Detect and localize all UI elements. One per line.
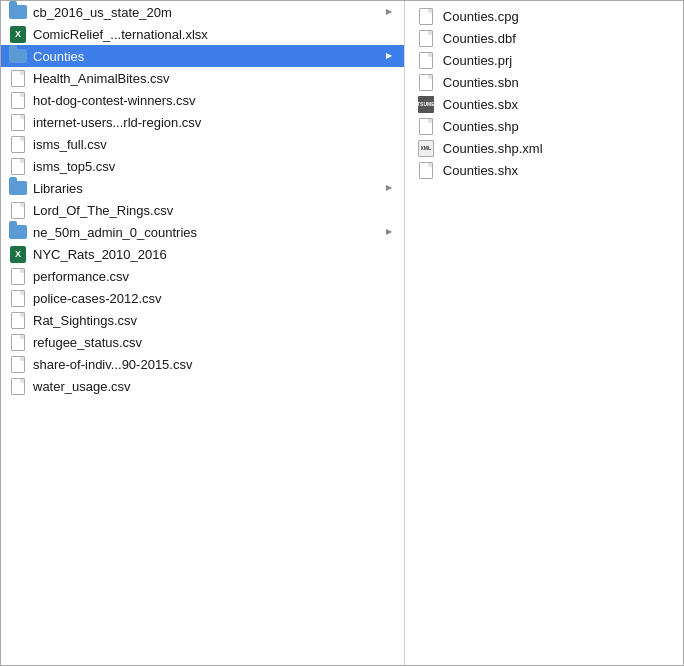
- chevron-right-icon: ▶: [386, 7, 396, 17]
- item-label: performance.csv: [33, 269, 396, 284]
- list-item[interactable]: share-of-indiv...90-2015.csv: [1, 353, 404, 375]
- chevron-right-icon: ▶: [386, 51, 396, 61]
- excel-icon: X: [9, 25, 27, 43]
- item-label: Rat_Sightings.csv: [33, 313, 396, 328]
- item-label: Counties.shp: [443, 119, 519, 134]
- doc-icon: [9, 201, 27, 219]
- item-label: internet-users...rld-region.csv: [33, 115, 396, 130]
- list-item[interactable]: Health_AnimalBites.csv: [1, 67, 404, 89]
- list-item[interactable]: ne_50m_admin_0_countries▶: [1, 221, 404, 243]
- list-item[interactable]: hot-dog-contest-winners.csv: [1, 89, 404, 111]
- item-label: Libraries: [33, 181, 382, 196]
- item-label: Counties.dbf: [443, 31, 516, 46]
- doc-icon: [9, 267, 27, 285]
- item-label: Counties.shx: [443, 163, 518, 178]
- list-item[interactable]: refugee_status.csv: [1, 331, 404, 353]
- list-item[interactable]: performance.csv: [1, 265, 404, 287]
- tsume-icon: TSUME: [417, 95, 435, 113]
- list-item[interactable]: Counties.shp: [405, 115, 683, 137]
- list-item[interactable]: internet-users...rld-region.csv: [1, 111, 404, 133]
- folder-icon: [9, 179, 27, 197]
- list-item[interactable]: Lord_Of_The_Rings.csv: [1, 199, 404, 221]
- item-label: isms_full.csv: [33, 137, 396, 152]
- list-item[interactable]: water_usage.csv: [1, 375, 404, 397]
- folder-icon: [9, 47, 27, 65]
- item-label: Counties.prj: [443, 53, 512, 68]
- doc-icon: [9, 91, 27, 109]
- doc-icon: [9, 69, 27, 87]
- list-item[interactable]: XComicRelief_...ternational.xlsx: [1, 23, 404, 45]
- xml-icon: XML: [417, 139, 435, 157]
- doc-icon: [9, 355, 27, 373]
- list-item[interactable]: XNYC_Rats_2010_2016: [1, 243, 404, 265]
- right-pane: Counties.cpgCounties.dbfCounties.prjCoun…: [405, 1, 683, 665]
- list-item[interactable]: Rat_Sightings.csv: [1, 309, 404, 331]
- excel-icon: X: [9, 245, 27, 263]
- list-item[interactable]: XMLCounties.shp.xml: [405, 137, 683, 159]
- doc-icon: [417, 117, 435, 135]
- item-label: ComicRelief_...ternational.xlsx: [33, 27, 396, 42]
- item-label: ne_50m_admin_0_countries: [33, 225, 382, 240]
- item-label: Counties: [33, 49, 382, 64]
- item-label: isms_top5.csv: [33, 159, 396, 174]
- item-label: cb_2016_us_state_20m: [33, 5, 382, 20]
- item-label: hot-dog-contest-winners.csv: [33, 93, 396, 108]
- left-pane: cb_2016_us_state_20m▶XComicRelief_...ter…: [1, 1, 405, 665]
- chevron-right-icon: ▶: [386, 227, 396, 237]
- doc-icon: [9, 333, 27, 351]
- list-item[interactable]: Counties.shx: [405, 159, 683, 181]
- item-label: share-of-indiv...90-2015.csv: [33, 357, 396, 372]
- item-label: Lord_Of_The_Rings.csv: [33, 203, 396, 218]
- list-item[interactable]: Counties.prj: [405, 49, 683, 71]
- finder-window: cb_2016_us_state_20m▶XComicRelief_...ter…: [0, 0, 684, 666]
- list-item[interactable]: TSUMECounties.sbx: [405, 93, 683, 115]
- item-label: Counties.cpg: [443, 9, 519, 24]
- doc-icon: [417, 161, 435, 179]
- list-item[interactable]: isms_top5.csv: [1, 155, 404, 177]
- item-label: NYC_Rats_2010_2016: [33, 247, 396, 262]
- item-label: police-cases-2012.csv: [33, 291, 396, 306]
- chevron-right-icon: ▶: [386, 183, 396, 193]
- doc-icon: [9, 289, 27, 307]
- folder-icon: [9, 3, 27, 21]
- doc-icon: [9, 135, 27, 153]
- doc-icon: [417, 51, 435, 69]
- list-item[interactable]: Counties.cpg: [405, 5, 683, 27]
- list-item[interactable]: Counties.dbf: [405, 27, 683, 49]
- doc-icon: [9, 157, 27, 175]
- doc-icon: [417, 73, 435, 91]
- item-label: Health_AnimalBites.csv: [33, 71, 396, 86]
- item-label: Counties.sbn: [443, 75, 519, 90]
- doc-icon: [9, 377, 27, 395]
- doc-icon: [417, 7, 435, 25]
- item-label: refugee_status.csv: [33, 335, 396, 350]
- folder-icon: [9, 223, 27, 241]
- item-label: Counties.sbx: [443, 97, 518, 112]
- list-item[interactable]: cb_2016_us_state_20m▶: [1, 1, 404, 23]
- list-item[interactable]: Counties.sbn: [405, 71, 683, 93]
- doc-icon: [9, 311, 27, 329]
- list-item[interactable]: isms_full.csv: [1, 133, 404, 155]
- list-item[interactable]: Counties▶: [1, 45, 404, 67]
- list-item[interactable]: police-cases-2012.csv: [1, 287, 404, 309]
- item-label: water_usage.csv: [33, 379, 396, 394]
- list-item[interactable]: Libraries▶: [1, 177, 404, 199]
- doc-icon: [9, 113, 27, 131]
- item-label: Counties.shp.xml: [443, 141, 543, 156]
- doc-icon: [417, 29, 435, 47]
